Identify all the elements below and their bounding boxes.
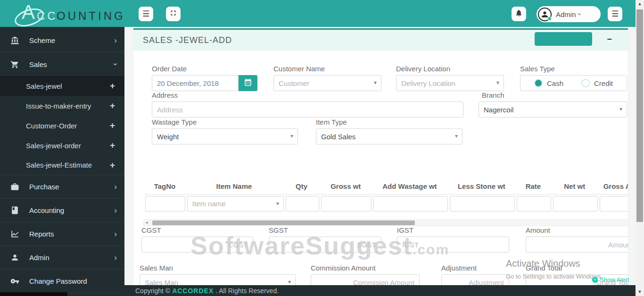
admin-menu[interactable]: Admin ›: [537, 6, 601, 22]
sgst-input[interactable]: [269, 237, 381, 253]
chevron-right-icon: ›: [114, 206, 117, 215]
col-gross-amount: Gross A: [598, 182, 628, 194]
scrollbar-track[interactable]: [149, 220, 628, 226]
sgst-label: SGST: [269, 226, 381, 235]
plus-icon[interactable]: +: [110, 81, 115, 91]
caret-down-icon: ▾: [288, 279, 291, 285]
gross-wt-input[interactable]: [321, 196, 372, 211]
tagno-input[interactable]: [145, 196, 185, 211]
plus-icon[interactable]: +: [110, 140, 115, 151]
chevron-down-icon: ›: [576, 13, 584, 16]
plus-icon[interactable]: +: [110, 120, 115, 131]
sales-man-value: Sales Man: [145, 279, 178, 286]
customer-name-field: Customer Name Customer ▾: [273, 65, 381, 91]
copyright-text: Copyright ©: [135, 287, 170, 295]
bag-icon: [10, 182, 22, 192]
scrollbar-thumb[interactable]: [636, 9, 643, 222]
commission-amount-input[interactable]: [311, 274, 420, 285]
address-field: Address: [152, 91, 463, 118]
sidebar: Scheme › Sales › Sales-jewel + Issue-to-…: [0, 27, 124, 296]
sidebar-toggle-button[interactable]: ☰: [139, 7, 153, 21]
sidebar-item-accounting[interactable]: Accounting ›: [0, 199, 124, 222]
plus-icon[interactable]: +: [110, 101, 115, 111]
sgst-field: SGST: [269, 226, 381, 253]
customer-name-label: Customer Name: [273, 65, 381, 73]
order-date-label: Order Date: [152, 65, 257, 73]
sidebar-item-sales-jewel[interactable]: Sales-jewel +: [0, 76, 124, 96]
address-input[interactable]: [152, 101, 463, 118]
app-logo[interactable]: A CC OUNTING: [16, 2, 124, 25]
plus-icon[interactable]: +: [110, 160, 115, 170]
sidebar-item-label: Sales: [29, 60, 114, 68]
show-alert-link[interactable]: + Show Alert: [592, 276, 629, 283]
cgst-input[interactable]: [141, 237, 253, 253]
sidebar-item-scheme[interactable]: Scheme ›: [0, 29, 124, 52]
bottom-left-strip: [0, 292, 67, 296]
order-date-input[interactable]: [152, 75, 239, 91]
caret-down-icon: ▾: [290, 133, 293, 139]
branch-value: Nagercoil: [484, 106, 513, 114]
footer-brand: ACCORDEX: [172, 287, 214, 295]
table-horizontal-scrollbar[interactable]: ◄ ►: [143, 219, 628, 226]
add-wastage-wt-input[interactable]: [373, 196, 448, 211]
chevron-down-icon: ›: [111, 63, 120, 66]
scroll-down-icon[interactable]: ▼: [636, 288, 644, 296]
igst-input[interactable]: [397, 237, 509, 253]
scroll-up-icon[interactable]: ▲: [636, 0, 644, 8]
radio-unselected-icon: [581, 79, 590, 87]
sidebar-item-reports[interactable]: Reports ›: [0, 222, 124, 246]
customer-name-select[interactable]: Customer ▾: [273, 75, 381, 91]
chevron-right-icon: ›: [114, 229, 117, 239]
fullscreen-button[interactable]: [166, 7, 181, 21]
credit-option-label: Credit: [594, 79, 613, 87]
scroll-left-icon[interactable]: ◄: [144, 219, 149, 226]
rights-text: . All Rights Reserved.: [215, 287, 279, 295]
delivery-location-select[interactable]: Delivery Location ▾: [396, 75, 504, 91]
avatar: [538, 8, 552, 21]
panel-action-button[interactable]: [535, 32, 592, 46]
rate-input[interactable]: [517, 196, 551, 211]
top-header: A CC OUNTING ☰ Admin › ☰: [0, 0, 636, 27]
sales-man-select[interactable]: Sales Man ▾: [140, 274, 296, 285]
branch-field: Branch Nagercoil ▾: [479, 91, 627, 118]
calendar-icon: [244, 78, 252, 88]
col-add-wastage: Add Wastage wt: [372, 182, 448, 194]
sidebar-item-customer-order[interactable]: Customer-Order +: [0, 116, 124, 135]
bell-icon: [515, 9, 523, 19]
net-wt-input[interactable]: [553, 196, 598, 211]
sidebar-item-issue-to-maker-entry[interactable]: Issue-to-maker-entry +: [0, 96, 124, 116]
qty-input[interactable]: [286, 196, 319, 211]
panel-heading: SALES -JEWEL-ADD −: [133, 30, 628, 51]
less-stone-wt-input[interactable]: [450, 196, 515, 211]
sidebar-item-label: Purchase: [29, 183, 114, 191]
sales-type-cash-option[interactable]: Cash: [534, 79, 563, 87]
scrollbar-thumb[interactable]: [152, 220, 415, 225]
sidebar-item-change-password[interactable]: Change Password: [0, 270, 124, 293]
sidebar-item-purchase[interactable]: Purchase ›: [0, 175, 124, 199]
collapse-icon[interactable]: −: [607, 34, 612, 44]
chevron-right-icon: ›: [114, 36, 117, 45]
caret-down-icon: ▾: [276, 200, 279, 207]
sidebar-item-sales-jewel-estimate[interactable]: Sales-jewel-Estimate +: [0, 155, 124, 175]
address-label: Address: [152, 91, 463, 100]
wastage-type-value: Weight: [157, 133, 179, 141]
branch-select[interactable]: Nagercoil ▾: [479, 101, 627, 118]
control-sidebar-button[interactable]: ☰: [608, 7, 622, 21]
sidebar-item-sales-jewel-order[interactable]: Sales-jewel-order +: [0, 135, 124, 155]
amount-input[interactable]: [526, 237, 628, 253]
item-type-select[interactable]: Gold Sales ▾: [316, 128, 462, 144]
sidebar-item-admin[interactable]: Admin ›: [0, 246, 124, 270]
sales-type-credit-option[interactable]: Credit: [581, 79, 613, 87]
item-name-select[interactable]: Item name ▾: [187, 196, 284, 211]
sidebar-item-sales[interactable]: Sales ›: [0, 52, 124, 76]
wastage-type-select[interactable]: Weight ▾: [152, 128, 298, 144]
gross-amount-input[interactable]: [600, 196, 628, 211]
online-status-dot: [547, 17, 552, 21]
page-vertical-scrollbar[interactable]: ▲ ▼: [636, 0, 644, 296]
adjustment-input[interactable]: [441, 274, 509, 285]
hamburger-icon: ☰: [611, 9, 619, 19]
wastage-type-field: Wastage Type Weight ▾: [152, 118, 298, 144]
calendar-button[interactable]: [239, 75, 257, 91]
notifications-button[interactable]: [512, 7, 526, 21]
amount-field: Amount: [526, 226, 628, 253]
